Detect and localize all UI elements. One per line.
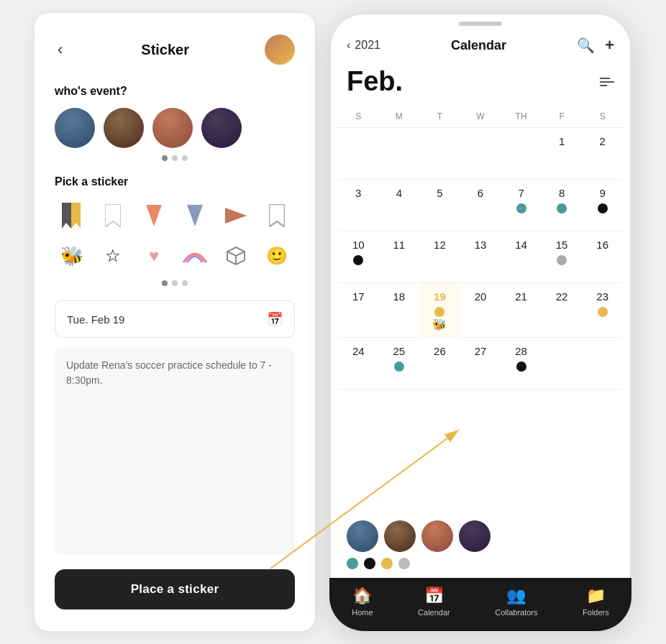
add-icon[interactable]: + xyxy=(605,36,614,55)
sticker-bookmark-white[interactable] xyxy=(96,198,130,233)
sticker-pagination xyxy=(55,280,295,286)
collaborators-row xyxy=(329,512,631,558)
day-25[interactable]: 25 xyxy=(379,338,420,390)
day-15[interactable]: 15 xyxy=(542,231,583,283)
day-22[interactable]: 22 xyxy=(542,283,583,338)
day-24[interactable]: 24 xyxy=(338,338,379,390)
sticker-arrow-down-salmon[interactable] xyxy=(137,198,171,233)
calendar-grid: S M T W TH F S 1 2 3 4 5 6 xyxy=(329,106,631,512)
day-10[interactable]: 10 xyxy=(338,231,379,283)
day-12[interactable]: 12 xyxy=(419,231,460,283)
avatar xyxy=(265,34,295,65)
avatar-2[interactable] xyxy=(104,108,144,148)
day-19[interactable]: 19🐝 xyxy=(419,283,460,338)
svg-marker-0 xyxy=(62,203,71,229)
bottom-navigation: 🏠 Home 📅 Calendar 👥 Collabrators 📁 Folde… xyxy=(329,578,631,631)
svg-marker-6 xyxy=(269,204,285,227)
sticker-arrow-right-orange[interactable] xyxy=(219,198,253,233)
avatar-3[interactable] xyxy=(152,108,193,148)
collaborators-icon: 👥 xyxy=(506,586,526,605)
folders-icon: 📁 xyxy=(586,586,606,605)
nav-calendar-label: Calendar xyxy=(418,608,450,617)
sticker-cube[interactable] xyxy=(219,239,253,273)
day-20[interactable]: 20 xyxy=(460,283,501,338)
date-picker[interactable]: Tue. Feb 19 📅 xyxy=(55,300,295,338)
notch-pill xyxy=(459,22,502,26)
svg-marker-4 xyxy=(187,205,203,226)
day-empty xyxy=(460,128,501,180)
day-3[interactable]: 3 xyxy=(338,180,379,231)
day-13[interactable]: 13 xyxy=(460,231,501,283)
pagination-dot-2[interactable] xyxy=(172,155,178,161)
sticker-dot-2[interactable] xyxy=(172,280,178,286)
day-2[interactable]: 2 xyxy=(582,128,623,180)
sticker-arrow-down-purple[interactable] xyxy=(178,198,212,233)
weekday-m: M xyxy=(379,109,420,124)
day-11[interactable]: 11 xyxy=(379,231,420,283)
day-empty xyxy=(338,128,379,180)
day-8[interactable]: 8 xyxy=(542,180,583,231)
day-16[interactable]: 16 xyxy=(582,231,623,283)
sticker-dot-1[interactable] xyxy=(162,280,168,286)
month-label: Feb. xyxy=(347,66,403,97)
calendar-title: Calendar xyxy=(451,38,506,53)
sticker-star[interactable]: ☆ xyxy=(96,239,130,273)
search-icon[interactable]: 🔍 xyxy=(577,37,595,54)
day-9[interactable]: 9 xyxy=(582,180,623,231)
year-navigation[interactable]: ‹ 2021 xyxy=(347,39,380,52)
collab-avatar-4[interactable] xyxy=(459,520,491,552)
sticker-rainbow[interactable] xyxy=(178,239,212,273)
day-28[interactable]: 28 xyxy=(501,338,542,390)
chevron-left-icon[interactable]: ‹ xyxy=(347,39,350,52)
svg-marker-2 xyxy=(105,204,121,227)
weekday-s1: S xyxy=(338,109,379,124)
day-18[interactable]: 18 xyxy=(379,283,420,338)
pagination-dot-1[interactable] xyxy=(162,155,168,161)
pagination-dot-3[interactable] xyxy=(182,155,188,161)
panel-title: Sticker xyxy=(141,42,189,58)
day-6[interactable]: 6 xyxy=(460,180,501,231)
day-23[interactable]: 23 xyxy=(582,283,623,338)
avatar-4[interactable] xyxy=(201,108,242,148)
nav-calendar[interactable]: 📅 Calendar xyxy=(418,586,450,617)
sticker-bookmark-outline[interactable] xyxy=(260,198,294,233)
event-dot xyxy=(394,362,404,372)
day-27[interactable]: 27 xyxy=(460,338,501,390)
sticker-bookmark-dark-yellow[interactable] xyxy=(55,198,89,233)
sticker-bee[interactable]: 🐝 xyxy=(55,239,89,273)
collab-avatar-2[interactable] xyxy=(384,520,416,552)
nav-folders[interactable]: 📁 Folders xyxy=(583,586,609,617)
collab-avatar-1[interactable] xyxy=(347,520,378,552)
calendar-header: ‹ 2021 Calendar 🔍 + xyxy=(329,30,631,60)
day-4[interactable]: 4 xyxy=(379,180,420,231)
event-dot xyxy=(598,307,608,317)
day-7[interactable]: 7 xyxy=(501,180,542,231)
day-empty xyxy=(379,128,420,180)
day-empty xyxy=(542,338,583,390)
avatar-1[interactable] xyxy=(55,108,95,148)
sticker-dot-3[interactable] xyxy=(182,280,188,286)
collab-avatar-3[interactable] xyxy=(421,520,453,552)
sticker-smiley[interactable]: 🙂 xyxy=(260,239,294,273)
collab-dot-teal xyxy=(347,558,358,569)
day-5[interactable]: 5 xyxy=(419,180,460,231)
day-21[interactable]: 21 xyxy=(501,283,542,338)
place-sticker-button[interactable]: Place a sticker xyxy=(55,569,295,610)
nav-home-label: Home xyxy=(352,608,373,617)
nav-collaborators[interactable]: 👥 Collabrators xyxy=(495,586,537,617)
menu-icon[interactable] xyxy=(600,78,614,86)
nav-home[interactable]: 🏠 Home xyxy=(352,586,373,617)
day-14[interactable]: 14 xyxy=(501,231,542,283)
back-button[interactable]: ‹ xyxy=(55,37,65,62)
day-26[interactable]: 26 xyxy=(419,338,460,390)
day-17[interactable]: 17 xyxy=(338,283,379,338)
day-1[interactable]: 1 xyxy=(542,128,583,180)
days-grid: 1 2 3 4 5 6 7 8 9 10 11 12 13 14 15 16 1… xyxy=(338,128,623,390)
note-input[interactable]: Update Rena's soccer practice schedule t… xyxy=(55,348,295,555)
calendar-nav-icon: 📅 xyxy=(424,586,444,605)
sticker-heart[interactable]: ♥ xyxy=(137,239,171,273)
event-dot xyxy=(516,203,526,213)
panel-header: ‹ Sticker xyxy=(55,34,295,65)
event-dot xyxy=(516,362,526,372)
sticker-panel: ‹ Sticker who's event? Pick a sticker xyxy=(35,13,315,631)
